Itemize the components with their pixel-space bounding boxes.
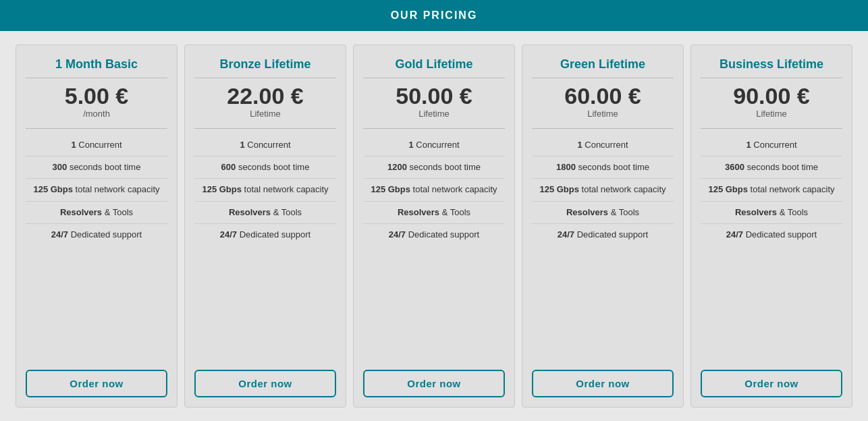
plan-period-green-lifetime: Lifetime xyxy=(587,109,618,119)
plan-price-bronze-lifetime: 22.00 € xyxy=(227,84,303,109)
feature-normal-text: seconds boot time xyxy=(744,162,818,172)
feature-normal-text: Dedicated support xyxy=(574,229,648,240)
title-divider xyxy=(363,78,505,78)
feature-normal-text: Dedicated support xyxy=(406,229,479,240)
feature-bold-text: 1800 xyxy=(556,162,576,172)
feature-normal-text: Concurrent xyxy=(582,140,628,150)
list-item: 125 Gbps total network capacity xyxy=(194,179,336,201)
feature-normal-text: seconds boot time xyxy=(236,162,309,172)
feature-normal-text: & Tools xyxy=(777,207,808,217)
order-button-1-month-basic[interactable]: Order now xyxy=(26,370,167,397)
list-item: 125 Gbps total network capacity xyxy=(532,179,674,201)
plan-price-gold-lifetime: 50.00 € xyxy=(396,84,472,109)
plan-title-bronze-lifetime: Bronze Lifetime xyxy=(219,57,310,72)
list-item: 125 Gbps total network capacity xyxy=(701,179,842,201)
plan-price-green-lifetime: 60.00 € xyxy=(564,84,641,109)
feature-normal-text: & Tools xyxy=(608,207,639,217)
page-header: OUR PRICING xyxy=(0,0,868,31)
title-divider xyxy=(532,78,674,78)
price-divider xyxy=(701,128,842,129)
title-divider xyxy=(701,78,842,78)
plan-card-business-lifetime: Business Lifetime90.00 €Lifetime1 Concur… xyxy=(690,45,852,408)
feature-normal-text: Dedicated support xyxy=(68,229,142,240)
feature-bold-text: Resolvers xyxy=(229,207,271,217)
feature-normal-text: Dedicated support xyxy=(743,229,817,240)
list-item: Resolvers & Tools xyxy=(701,202,842,224)
plan-title-business-lifetime: Business Lifetime xyxy=(720,57,823,72)
order-button-bronze-lifetime[interactable]: Order now xyxy=(194,370,336,397)
list-item: 1 Concurrent xyxy=(363,134,505,157)
plan-price-1-month-basic: 5.00 € xyxy=(65,84,129,109)
feature-bold-text: 24/7 xyxy=(558,229,574,240)
list-item: Resolvers & Tools xyxy=(532,202,674,224)
list-item: 1 Concurrent xyxy=(701,134,842,157)
order-button-gold-lifetime[interactable]: Order now xyxy=(363,370,505,397)
plan-period-business-lifetime: Lifetime xyxy=(756,109,787,119)
plan-features-1-month-basic: 1 Concurrent300 seconds boot time125 Gbp… xyxy=(26,134,167,360)
feature-bold-text: 125 Gbps xyxy=(708,184,748,194)
plan-features-business-lifetime: 1 Concurrent3600 seconds boot time125 Gb… xyxy=(701,134,842,360)
title-divider xyxy=(194,78,336,78)
page-title: OUR PRICING xyxy=(391,9,478,21)
plan-features-gold-lifetime: 1 Concurrent1200 seconds boot time125 Gb… xyxy=(363,134,505,360)
feature-bold-text: 125 Gbps xyxy=(33,184,73,194)
feature-bold-text: 1 xyxy=(71,140,76,150)
feature-normal-text: Dedicated support xyxy=(237,229,310,240)
list-item: 1 Concurrent xyxy=(26,134,167,157)
feature-bold-text: 1 xyxy=(408,140,413,150)
list-item: 1 Concurrent xyxy=(194,134,336,157)
feature-bold-text: 125 Gbps xyxy=(539,184,579,194)
feature-bold-text: 300 xyxy=(53,162,67,172)
feature-normal-text: total network capacity xyxy=(410,184,497,194)
feature-normal-text: Concurrent xyxy=(76,140,122,150)
list-item: 125 Gbps total network capacity xyxy=(363,179,505,201)
price-divider xyxy=(363,128,505,129)
plan-features-bronze-lifetime: 1 Concurrent600 seconds boot time125 Gbp… xyxy=(194,134,336,360)
list-item: 24/7 Dedicated support xyxy=(194,224,336,246)
list-item: Resolvers & Tools xyxy=(363,202,505,224)
plan-title-1-month-basic: 1 Month Basic xyxy=(55,57,138,72)
feature-bold-text: 1200 xyxy=(387,162,407,172)
list-item: 24/7 Dedicated support xyxy=(701,224,842,246)
list-item: 3600 seconds boot time xyxy=(701,157,842,179)
feature-normal-text: total network capacity xyxy=(242,184,329,194)
feature-bold-text: 24/7 xyxy=(51,229,68,240)
list-item: 24/7 Dedicated support xyxy=(363,224,505,246)
plan-features-green-lifetime: 1 Concurrent1800 seconds boot time125 Gb… xyxy=(532,134,674,360)
order-button-green-lifetime[interactable]: Order now xyxy=(532,370,674,397)
feature-normal-text: & Tools xyxy=(102,207,133,217)
list-item: Resolvers & Tools xyxy=(26,202,167,224)
plan-card-gold-lifetime: Gold Lifetime50.00 €Lifetime1 Concurrent… xyxy=(353,45,515,408)
price-divider xyxy=(532,128,674,129)
list-item: 24/7 Dedicated support xyxy=(26,224,167,246)
list-item: 1 Concurrent xyxy=(532,134,674,157)
feature-normal-text: seconds boot time xyxy=(576,162,649,172)
list-item: Resolvers & Tools xyxy=(194,202,336,224)
feature-normal-text: seconds boot time xyxy=(407,162,481,172)
feature-bold-text: 1 xyxy=(746,140,751,150)
price-divider xyxy=(26,128,167,129)
feature-normal-text: Concurrent xyxy=(414,140,460,150)
title-divider xyxy=(26,78,167,78)
list-item: 125 Gbps total network capacity xyxy=(26,179,167,201)
feature-normal-text: Concurrent xyxy=(245,140,291,150)
feature-normal-text: & Tools xyxy=(439,207,470,217)
plan-period-bronze-lifetime: Lifetime xyxy=(250,109,281,119)
feature-bold-text: 24/7 xyxy=(389,229,406,240)
list-item: 600 seconds boot time xyxy=(194,157,336,179)
list-item: 1200 seconds boot time xyxy=(363,157,505,179)
plan-title-green-lifetime: Green Lifetime xyxy=(560,57,645,72)
order-button-business-lifetime[interactable]: Order now xyxy=(701,370,842,397)
feature-bold-text: 125 Gbps xyxy=(371,184,410,194)
plan-title-gold-lifetime: Gold Lifetime xyxy=(395,57,472,72)
feature-normal-text: total network capacity xyxy=(579,184,666,194)
feature-normal-text: Concurrent xyxy=(751,140,797,150)
feature-normal-text: seconds boot time xyxy=(67,162,140,172)
list-item: 24/7 Dedicated support xyxy=(532,224,674,246)
feature-normal-text: total network capacity xyxy=(748,184,835,194)
feature-normal-text: total network capacity xyxy=(73,184,160,194)
feature-bold-text: Resolvers xyxy=(735,207,777,217)
plan-price-business-lifetime: 90.00 € xyxy=(733,84,809,109)
list-item: 300 seconds boot time xyxy=(26,157,167,179)
plan-card-bronze-lifetime: Bronze Lifetime22.00 €Lifetime1 Concurre… xyxy=(184,45,346,408)
